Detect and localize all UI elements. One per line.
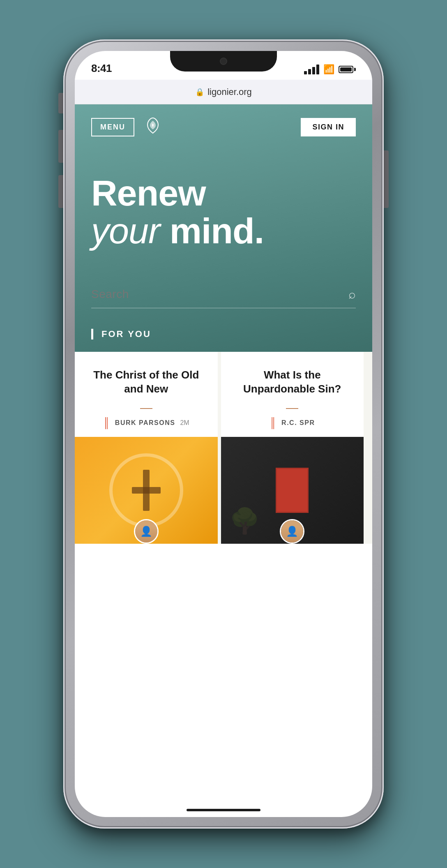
card-1[interactable]: The Christ of the Old and New ║ BURK PAR… xyxy=(75,352,218,544)
signal-icon xyxy=(304,65,319,74)
hero-title-italic: your xyxy=(91,210,160,251)
card-1-author: BURK PARSONS xyxy=(115,419,175,427)
hero-title-normal: mind. xyxy=(160,210,264,251)
tree-icon: 🌳 xyxy=(229,506,260,536)
card-2-image: 🌳 👤 xyxy=(221,437,364,544)
card-1-text: The Christ of the Old and New ║ BURK PAR… xyxy=(75,352,218,437)
wifi-icon: 📶 xyxy=(323,64,334,75)
home-indicator[interactable] xyxy=(187,809,260,811)
search-bar[interactable]: ⌕ xyxy=(91,287,356,308)
lock-icon: 🔒 xyxy=(195,88,204,97)
card-2-author: R.C. SPR xyxy=(281,419,315,427)
power-button[interactable] xyxy=(384,150,389,208)
search-icon: ⌕ xyxy=(348,287,356,301)
search-input[interactable] xyxy=(91,288,348,301)
card-1-image: 👤 xyxy=(75,437,218,544)
battery-icon xyxy=(339,66,356,73)
sign-in-button[interactable]: SIGN IN xyxy=(301,118,356,136)
article-icon: ║ xyxy=(103,417,110,429)
book-cover xyxy=(276,468,309,513)
phone-screen: 8:41 📶 🔒 li xyxy=(75,51,372,817)
card-2-avatar: 👤 xyxy=(280,519,304,544)
silent-switch-button[interactable] xyxy=(58,93,63,113)
phone-frame: 8:41 📶 🔒 li xyxy=(63,39,384,829)
card-2-title: What Is the Unpardonable Sin? xyxy=(233,368,352,396)
cards-section: The Christ of the Old and New ║ BURK PAR… xyxy=(75,352,372,544)
card-2-divider xyxy=(286,408,298,409)
nav-bar: MENU SIGN IN xyxy=(75,104,372,150)
volume-down-button[interactable] xyxy=(58,175,63,208)
hero-text: Renew your mind. xyxy=(75,150,372,267)
for-you-section: FOR YOU xyxy=(75,308,372,352)
hero-title: Renew your mind. xyxy=(91,174,356,250)
card-2[interactable]: What Is the Unpardonable Sin? ║ R.C. SPR… xyxy=(221,352,364,544)
article-icon-2: ║ xyxy=(270,417,276,429)
card-2-meta: ║ R.C. SPR xyxy=(270,417,315,429)
cross-circle xyxy=(109,453,183,527)
logo-icon xyxy=(143,116,163,138)
notch xyxy=(170,51,277,72)
front-camera xyxy=(220,58,227,65)
status-icons: 📶 xyxy=(304,64,356,75)
volume-up-button[interactable] xyxy=(58,130,63,163)
for-you-label: FOR YOU xyxy=(91,329,151,339)
content-area: MENU SIGN IN Renew yo xyxy=(75,104,372,817)
url-bar[interactable]: 🔒 ligonier.org xyxy=(75,80,372,104)
card-2-text: What Is the Unpardonable Sin? ║ R.C. SPR xyxy=(221,352,364,437)
hero-title-line1: Renew xyxy=(91,173,206,213)
card-1-avatar: 👤 xyxy=(134,519,159,544)
menu-button[interactable]: MENU xyxy=(91,118,134,136)
status-time: 8:41 xyxy=(91,62,112,75)
card-1-divider xyxy=(140,408,152,409)
hero-section: MENU SIGN IN Renew yo xyxy=(75,104,372,352)
card-1-meta: ║ BURK PARSONS 2M xyxy=(103,417,189,429)
url-text: ligonier.org xyxy=(207,87,252,97)
card-1-time: 2M xyxy=(180,419,189,427)
card-1-title: The Christ of the Old and New xyxy=(87,368,205,396)
